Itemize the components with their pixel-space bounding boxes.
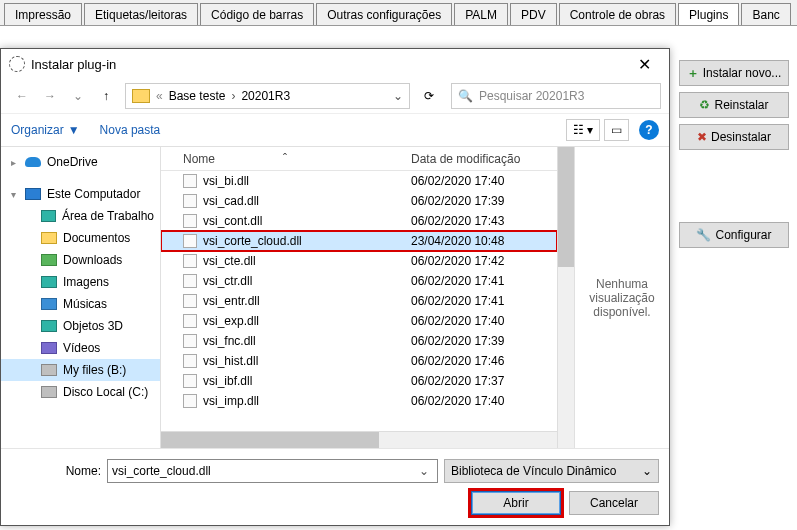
install-new-label: Instalar novo...: [703, 66, 782, 80]
organize-menu[interactable]: Organizar: [11, 123, 64, 137]
open-button[interactable]: Abrir: [471, 491, 561, 515]
tab-impress-o[interactable]: Impressão: [4, 3, 82, 25]
filter-label: Biblioteca de Vínculo Dinâmico: [451, 464, 642, 478]
tree-item[interactable]: My files (B:): [1, 359, 160, 381]
file-date: 06/02/2020 17:40: [411, 174, 557, 188]
cloud-icon: [25, 157, 41, 167]
reinstall-button[interactable]: ♻ Reinstalar: [679, 92, 789, 118]
tab-c-digo-de-barras[interactable]: Código de barras: [200, 3, 314, 25]
chevron-right-icon: ›: [231, 89, 235, 103]
tree-item-label: Disco Local (C:): [63, 385, 148, 399]
file-row[interactable]: vsi_cte.dll06/02/2020 17:42: [161, 251, 557, 271]
tab-plugins[interactable]: Plugins: [678, 3, 739, 25]
breadcrumb-dd-icon[interactable]: ⌄: [393, 89, 403, 103]
file-icon: [183, 274, 197, 288]
tree-item[interactable]: Disco Local (C:): [1, 381, 160, 403]
col-modified[interactable]: Data de modificação: [411, 152, 557, 166]
tab-palm[interactable]: PALM: [454, 3, 508, 25]
search-icon: 🔍: [458, 89, 473, 103]
file-row[interactable]: vsi_ibf.dll06/02/2020 17:37: [161, 371, 557, 391]
col-name[interactable]: Nome: [183, 152, 215, 166]
file-icon: [183, 234, 197, 248]
nav-recent-dd[interactable]: ⌄: [65, 83, 91, 109]
file-icon: [183, 394, 197, 408]
horizontal-scrollbar[interactable]: [161, 431, 557, 448]
tree-item[interactable]: Downloads: [1, 249, 160, 271]
breadcrumb-prefix: «: [156, 89, 163, 103]
tree-item[interactable]: Área de Trabalho: [1, 205, 160, 227]
tree-item[interactable]: Músicas: [1, 293, 160, 315]
tab-pdv[interactable]: PDV: [510, 3, 557, 25]
file-open-dialog: Instalar plug-in ✕ ← → ⌄ ↑ « Base teste …: [0, 48, 670, 526]
help-button[interactable]: ?: [639, 120, 659, 140]
filename-value: vsi_corte_cloud.dll: [112, 464, 415, 478]
breadcrumb-parent[interactable]: Base teste: [169, 89, 226, 103]
nav-back-button[interactable]: ←: [9, 83, 35, 109]
caret-icon: ▸: [11, 157, 19, 168]
dialog-title: Instalar plug-in: [31, 57, 627, 72]
tab-etiquetas-leitoras[interactable]: Etiquetas/leitoras: [84, 3, 198, 25]
nav-row: ← → ⌄ ↑ « Base teste › 20201R3 ⌄ ⟳ 🔍 Pes…: [1, 79, 669, 113]
file-row[interactable]: vsi_bi.dll06/02/2020 17:40: [161, 171, 557, 191]
view-mode-button[interactable]: ☷ ▾: [566, 119, 600, 141]
drive-icon: [41, 364, 57, 376]
tree-item[interactable]: ▾Este Computador: [1, 183, 160, 205]
install-new-button[interactable]: ＋ Instalar novo...: [679, 60, 789, 86]
tree-item[interactable]: Documentos: [1, 227, 160, 249]
breadcrumb-current[interactable]: 20201R3: [241, 89, 290, 103]
wrench-icon: 🔧: [696, 228, 711, 242]
blue-icon: [41, 298, 57, 310]
nav-forward-button[interactable]: →: [37, 83, 63, 109]
plugin-actions-panel: ＋ Instalar novo... ♻ Reinstalar ✖ Desins…: [679, 60, 789, 248]
file-row[interactable]: vsi_fnc.dll06/02/2020 17:39: [161, 331, 557, 351]
uninstall-button[interactable]: ✖ Desinstalar: [679, 124, 789, 150]
filename-dd-icon[interactable]: ⌄: [415, 464, 433, 478]
organize-dd-icon[interactable]: ▼: [68, 123, 80, 137]
search-input[interactable]: 🔍 Pesquisar 20201R3: [451, 83, 661, 109]
file-name: vsi_imp.dll: [203, 394, 259, 408]
vertical-scrollbar[interactable]: [557, 147, 574, 448]
tree-item[interactable]: Objetos 3D: [1, 315, 160, 337]
breadcrumb[interactable]: « Base teste › 20201R3 ⌄: [125, 83, 410, 109]
file-date: 06/02/2020 17:39: [411, 334, 557, 348]
file-row[interactable]: vsi_hist.dll06/02/2020 17:46: [161, 351, 557, 371]
configure-label: Configurar: [715, 228, 771, 242]
filename-input[interactable]: vsi_corte_cloud.dll ⌄: [107, 459, 438, 483]
tab-banc[interactable]: Banc: [741, 3, 790, 25]
file-list-header[interactable]: Nomeˆ Data de modificação: [161, 147, 557, 171]
file-row[interactable]: vsi_entr.dll06/02/2020 17:41: [161, 291, 557, 311]
tree-item[interactable]: Imagens: [1, 271, 160, 293]
tree-item-label: Músicas: [63, 297, 107, 311]
tree-item-label: Este Computador: [47, 187, 140, 201]
file-row[interactable]: vsi_ctr.dll06/02/2020 17:41: [161, 271, 557, 291]
new-folder-button[interactable]: Nova pasta: [100, 123, 161, 137]
file-row[interactable]: vsi_cad.dll06/02/2020 17:39: [161, 191, 557, 211]
name-label: Nome:: [11, 464, 101, 478]
x-icon: ✖: [697, 130, 707, 144]
file-date: 23/04/2020 10:48: [411, 234, 557, 248]
file-row[interactable]: vsi_imp.dll06/02/2020 17:40: [161, 391, 557, 411]
file-row[interactable]: vsi_cont.dll06/02/2020 17:43: [161, 211, 557, 231]
file-date: 06/02/2020 17:41: [411, 294, 557, 308]
file-name: vsi_fnc.dll: [203, 334, 256, 348]
file-name: vsi_hist.dll: [203, 354, 258, 368]
refresh-button[interactable]: ⟳: [415, 83, 443, 109]
file-row[interactable]: vsi_exp.dll06/02/2020 17:40: [161, 311, 557, 331]
file-type-filter[interactable]: Biblioteca de Vínculo Dinâmico ⌄: [444, 459, 659, 483]
tree-item[interactable]: Vídeos: [1, 337, 160, 359]
sort-icon: ˆ: [283, 152, 287, 166]
file-date: 06/02/2020 17:37: [411, 374, 557, 388]
tab-outras-configura-es[interactable]: Outras configurações: [316, 3, 452, 25]
disk-icon: [41, 386, 57, 398]
tree-item[interactable]: ▸OneDrive: [1, 151, 160, 173]
file-row[interactable]: vsi_corte_cloud.dll23/04/2020 10:48: [161, 231, 557, 251]
close-button[interactable]: ✕: [627, 51, 661, 77]
nav-tree: ▸OneDrive▾Este ComputadorÁrea de Trabalh…: [1, 147, 161, 448]
uninstall-label: Desinstalar: [711, 130, 771, 144]
preview-pane-button[interactable]: ▭: [604, 119, 629, 141]
nav-up-button[interactable]: ↑: [93, 83, 119, 109]
tab-controle-de-obras[interactable]: Controle de obras: [559, 3, 676, 25]
file-name: vsi_bi.dll: [203, 174, 249, 188]
configure-button[interactable]: 🔧 Configurar: [679, 222, 789, 248]
cancel-button[interactable]: Cancelar: [569, 491, 659, 515]
